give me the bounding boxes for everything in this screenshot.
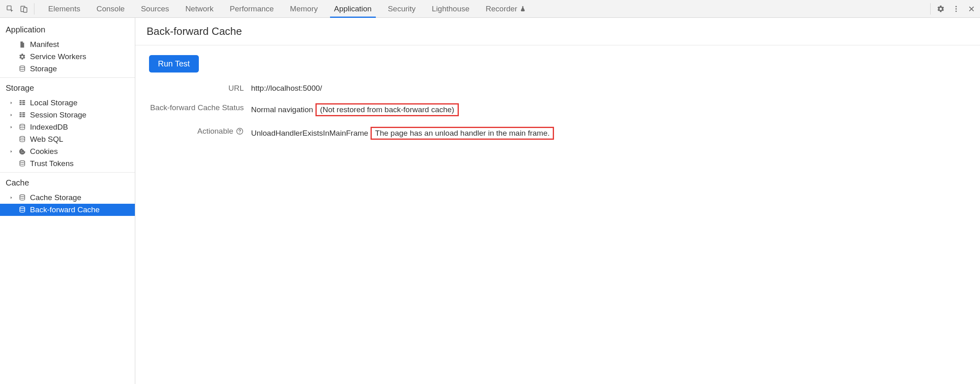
sidebar-item-web-sql[interactable]: Web SQL <box>0 133 135 145</box>
svg-point-24 <box>20 161 25 163</box>
sidebar-item-cookies[interactable]: Cookies <box>0 145 135 158</box>
page-title: Back-forward Cache <box>147 25 969 38</box>
sidebar-item-label: Cache Storage <box>30 193 81 202</box>
tab-label: Performance <box>230 4 274 13</box>
tab-application[interactable]: Application <box>328 0 378 17</box>
close-icon[interactable] <box>967 4 976 13</box>
svg-rect-18 <box>22 116 25 117</box>
svg-rect-9 <box>19 104 21 105</box>
sidebar-heading: Application <box>0 23 135 38</box>
svg-rect-7 <box>19 100 21 101</box>
sidebar-section: StorageLocal StorageSession StorageIndex… <box>0 81 135 173</box>
sidebar-item-label: Cookies <box>30 147 58 156</box>
sidebar-item-label: Session Storage <box>30 111 86 119</box>
sidebar-item-cache-storage[interactable]: Cache Storage <box>0 192 135 204</box>
svg-point-3 <box>955 6 957 7</box>
tab-lighthouse[interactable]: Lighthouse <box>425 0 476 17</box>
svg-rect-15 <box>19 116 21 117</box>
actionable-value: UnloadHandlerExistsInMainFrame The page … <box>251 127 969 140</box>
sidebar-item-label: Trust Tokens <box>30 159 74 168</box>
svg-rect-16 <box>22 112 25 113</box>
tab-elements[interactable]: Elements <box>42 0 87 17</box>
settings-gear-icon[interactable] <box>936 4 945 13</box>
tab-network[interactable]: Network <box>179 0 220 17</box>
svg-point-6 <box>20 66 25 68</box>
svg-rect-2 <box>23 7 27 12</box>
tab-label: Lighthouse <box>432 4 469 13</box>
sidebar-item-service-workers[interactable]: Service Workers <box>0 51 135 63</box>
chevron-right-icon <box>8 125 15 129</box>
main-split: ApplicationManifestService WorkersStorag… <box>0 18 980 384</box>
database-icon <box>18 123 27 132</box>
more-vertical-icon[interactable] <box>952 4 961 13</box>
tab-strip: ElementsConsoleSourcesNetworkPerformance… <box>38 0 927 17</box>
status-label: Back-forward Cache Status <box>147 103 244 112</box>
url-value: http://localhost:5000/ <box>251 84 969 93</box>
sidebar-section: CacheCache StorageBack-forward Cache <box>0 176 135 218</box>
document-icon <box>18 40 27 49</box>
run-test-button[interactable]: Run Test <box>149 55 199 73</box>
sidebar-item-storage[interactable]: Storage <box>0 63 135 75</box>
device-toggle-icon[interactable] <box>19 4 28 13</box>
svg-rect-14 <box>19 114 21 115</box>
tab-label: Sources <box>141 4 169 13</box>
sidebar-section: ApplicationManifestService WorkersStorag… <box>0 23 135 78</box>
chevron-right-icon <box>8 113 15 117</box>
divider <box>135 45 980 45</box>
svg-rect-12 <box>22 104 25 105</box>
sidebar-item-label: Service Workers <box>30 52 86 61</box>
sidebar-item-manifest[interactable]: Manifest <box>0 38 135 51</box>
tab-label: Recorder <box>486 4 517 13</box>
sidebar-item-session-storage[interactable]: Session Storage <box>0 109 135 121</box>
actionable-label: Actionable <box>147 127 244 136</box>
tab-recorder[interactable]: Recorder <box>479 0 529 17</box>
status-text: Normal navigation <box>251 105 313 114</box>
cookie-icon <box>18 147 27 156</box>
actionable-highlight: The page has an unload handler in the ma… <box>371 127 554 140</box>
tab-security[interactable]: Security <box>381 0 422 17</box>
sidebar-item-local-storage[interactable]: Local Storage <box>0 97 135 109</box>
svg-rect-13 <box>19 112 21 113</box>
svg-point-19 <box>20 124 25 126</box>
toolbar-right-group <box>930 3 976 15</box>
grid-icon <box>18 98 27 107</box>
actionable-label-text: Actionable <box>197 127 233 136</box>
svg-rect-10 <box>22 100 25 101</box>
sidebar-item-label: Local Storage <box>30 98 77 107</box>
database-icon <box>18 159 27 168</box>
sidebar-item-back-forward-cache[interactable]: Back-forward Cache <box>0 204 135 216</box>
svg-point-20 <box>20 137 25 139</box>
tab-label: Security <box>388 4 416 13</box>
sidebar-heading: Storage <box>0 81 135 97</box>
database-icon <box>18 135 27 144</box>
tab-performance[interactable]: Performance <box>223 0 280 17</box>
tab-sources[interactable]: Sources <box>134 0 176 17</box>
sidebar-item-trust-tokens[interactable]: Trust Tokens <box>0 158 135 170</box>
toolbar-left-group <box>6 3 34 15</box>
sidebar-heading: Cache <box>0 176 135 192</box>
svg-point-28 <box>239 132 240 133</box>
tab-label: Application <box>334 4 372 13</box>
grid-icon <box>18 111 27 119</box>
inspect-element-icon[interactable] <box>6 4 15 13</box>
tab-label: Console <box>96 4 125 13</box>
help-icon[interactable] <box>236 127 244 135</box>
sidebar-item-indexeddb[interactable]: IndexedDB <box>0 121 135 133</box>
chevron-right-icon <box>8 149 15 154</box>
svg-point-4 <box>955 8 957 9</box>
status-highlight: (Not restored from back-forward cache) <box>315 103 459 116</box>
gear-icon <box>18 52 27 61</box>
tab-label: Elements <box>48 4 80 13</box>
svg-rect-8 <box>19 102 21 103</box>
status-value: Normal navigation (Not restored from bac… <box>251 103 969 116</box>
database-icon <box>18 193 27 202</box>
tab-memory[interactable]: Memory <box>283 0 324 17</box>
tab-label: Memory <box>290 4 318 13</box>
sidebar-item-label: Web SQL <box>30 135 63 144</box>
bfcache-report: URL http://localhost:5000/ Back-forward … <box>147 84 969 140</box>
tab-console[interactable]: Console <box>90 0 131 17</box>
sidebar-item-label: Storage <box>30 64 57 73</box>
svg-rect-17 <box>22 114 25 115</box>
main-panel: Back-forward Cache Run Test URL http://l… <box>135 18 980 384</box>
chevron-right-icon <box>8 101 15 105</box>
